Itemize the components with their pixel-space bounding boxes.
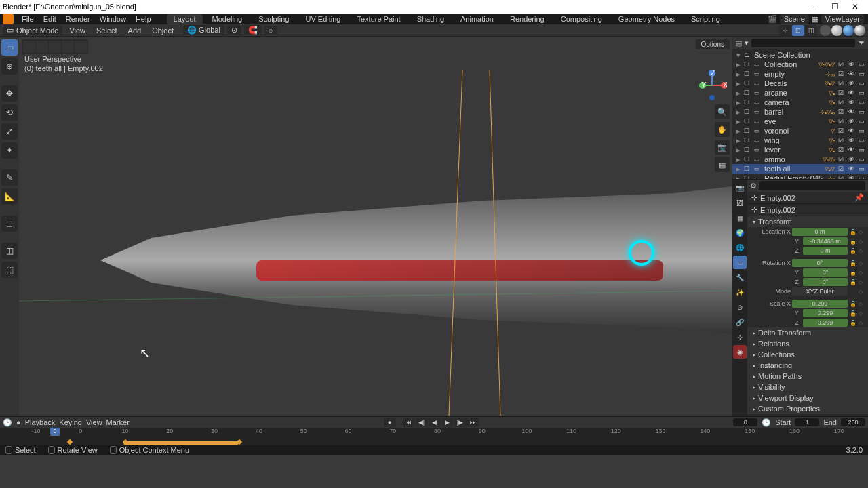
outliner-item[interactable]: ▸☐▭lever▽₂☑👁▭ [732, 145, 868, 155]
timeline-playback[interactable]: Playback [25, 418, 56, 426]
object-name[interactable]: Empty.002 [760, 194, 795, 202]
scale-y[interactable]: 0.299 [803, 309, 848, 317]
panel-header[interactable]: ▸Motion Paths [747, 371, 868, 382]
scene-collection-row[interactable]: ▾🗀 Scene Collection [732, 50, 868, 60]
close-button[interactable]: ✕ [845, 1, 865, 13]
maximize-button[interactable]: ☐ [825, 1, 845, 13]
play[interactable]: ▶ [441, 418, 454, 427]
modifier-tab-icon[interactable]: 🔧 [733, 270, 747, 284]
camera-view-icon[interactable]: 📷 [715, 140, 730, 155]
display-mode-icon[interactable]: ▾ [745, 39, 749, 47]
tab-scripting[interactable]: Scripting [684, 14, 727, 24]
filter-icon[interactable]: ⏷ [858, 39, 865, 47]
menu-file[interactable]: File [18, 14, 38, 24]
tab-geometry-nodes[interactable]: Geometry Nodes [612, 14, 682, 24]
tab-animation[interactable]: Animation [454, 14, 500, 24]
timeline-keying[interactable]: Keying [59, 418, 82, 426]
rotation-y[interactable]: 0° [803, 268, 848, 277]
timeline-icon[interactable]: 🕒 [3, 418, 12, 427]
shear-tool[interactable]: ◫ [1, 243, 18, 259]
cursor-tool[interactable]: ⊕ [1, 58, 18, 75]
outliner-item[interactable]: ▸☐▭ammo▽₄▽₄☑👁▭ [732, 155, 868, 164]
wireframe-shading[interactable] [820, 25, 831, 36]
rotation-z[interactable]: 0° [803, 278, 848, 286]
physics-tab-icon[interactable]: ⊙ [733, 300, 747, 314]
location-x[interactable]: 0 m [792, 228, 848, 236]
viewport-menu-select[interactable]: Select [92, 26, 121, 35]
scene-tab-icon[interactable]: 🌍 [733, 226, 747, 239]
lock-icon[interactable]: 🔓 [849, 229, 857, 235]
outliner-item[interactable]: ▸☐▭camera▽₃☑👁▭ [732, 98, 868, 107]
outliner-item[interactable]: ▸☐▭eye▽₂☑👁▭ [732, 117, 868, 126]
panel-header[interactable]: ▸Instancing [747, 360, 868, 371]
timeline-marker[interactable]: Marker [106, 418, 130, 426]
material-tab-icon[interactable]: ◉ [733, 345, 747, 359]
pivot-point[interactable]: ⊙ [227, 25, 241, 35]
pan-icon[interactable]: ✋ [715, 122, 730, 137]
menu-window[interactable]: Window [96, 14, 130, 24]
select-tool[interactable]: ▭ [1, 39, 18, 56]
timeline-view[interactable]: View [86, 418, 102, 426]
panel-header[interactable]: ▸Visibility [747, 382, 868, 392]
world-tab-icon[interactable]: 🌐 [733, 241, 747, 254]
data-tab-icon[interactable]: ⊹ [733, 330, 747, 344]
location-y[interactable]: -0.34466 m [803, 237, 848, 245]
tab-texture-paint[interactable]: Texture Paint [350, 14, 407, 24]
keyframe[interactable] [67, 439, 73, 445]
viewport-menu-add[interactable]: Add [124, 26, 146, 35]
play-reverse[interactable]: ◀ [429, 418, 441, 427]
panel-header[interactable]: ▸Relations [747, 338, 868, 349]
scale-tool[interactable]: ⤢ [1, 123, 18, 140]
viewlayer-tab-icon[interactable]: ▦ [733, 211, 747, 224]
panel-header[interactable]: ▸Custom Properties [747, 403, 868, 414]
current-frame[interactable]: 0 [733, 418, 757, 426]
outliner-item[interactable]: ▸☐▭empty⊹₉₉☑👁▭ [732, 69, 868, 79]
tab-rendering[interactable]: Rendering [503, 14, 551, 24]
rotation-x[interactable]: 0° [792, 259, 848, 267]
tab-uv-editing[interactable]: UV Editing [298, 14, 347, 24]
scale-z[interactable]: 0.299 [803, 319, 848, 327]
outliner-search[interactable] [751, 39, 855, 47]
output-tab-icon[interactable]: 🖼 [733, 196, 747, 209]
outliner-item[interactable]: ▸☐▭Decals▽₃▽☑👁▭ [732, 79, 868, 88]
viewport-menu-view[interactable]: View [65, 26, 90, 35]
tab-sculpting[interactable]: Sculpting [252, 14, 296, 24]
tab-shading[interactable]: Shading [410, 14, 451, 24]
navigation-gizmo[interactable]: X Z Y [697, 70, 727, 100]
zoom-icon[interactable]: 🔍 [715, 104, 730, 119]
outliner-item[interactable]: ▸☐▭wing▽₂☑👁▭ [732, 136, 868, 145]
tab-compositing[interactable]: Compositing [554, 14, 609, 24]
outliner-item[interactable]: ▸☐▭arcane▽₂☑👁▭ [732, 88, 868, 98]
jump-start[interactable]: ⏮ [403, 418, 415, 427]
start-frame[interactable]: 1 [795, 418, 819, 426]
menu-help[interactable]: Help [132, 14, 155, 24]
move-tool[interactable]: ✥ [1, 85, 18, 102]
viewport-options[interactable]: Options [696, 39, 730, 49]
3d-viewport[interactable]: User Perspective (0) teeth all | Empty.0… [19, 37, 732, 416]
add-cube-tool[interactable]: ◻ [1, 216, 18, 232]
tab-layout[interactable]: Layout [167, 14, 203, 24]
transform-panel-header[interactable]: ▾Transform [747, 216, 868, 227]
rotate-tool[interactable]: ⟲ [1, 104, 18, 121]
outliner-tree[interactable]: ▾🗀 Scene Collection ▸☐▭Collection▽₂▽₃▽☑👁… [732, 49, 868, 179]
xray-toggle[interactable]: ◫ [805, 25, 817, 36]
minimize-button[interactable]: — [804, 1, 825, 13]
panel-header[interactable]: ▸Delta Transform [747, 327, 868, 338]
pin-icon[interactable]: 📌 [854, 193, 864, 202]
clock-icon[interactable]: 🕒 [762, 418, 771, 427]
panel-header[interactable]: ▸Collections [747, 349, 868, 360]
menu-edit[interactable]: Edit [39, 14, 60, 24]
scale-x[interactable]: 0.299 [792, 300, 848, 308]
particle-tab-icon[interactable]: ✨ [733, 285, 747, 299]
overlay-toggle[interactable]: ⊡ [792, 25, 804, 36]
viewport-menu-object[interactable]: Object [148, 26, 178, 35]
tosphere-tool[interactable]: ⬚ [1, 262, 18, 278]
outliner-item[interactable]: ▸☐▭voronoi▽☑👁▭ [732, 126, 868, 136]
transform-tool[interactable]: ✦ [1, 142, 18, 159]
outliner-item[interactable]: ▸☐▭teeth all▽₂▽☑👁▭ [732, 164, 868, 174]
editor-type-selector[interactable] [22, 39, 88, 54]
constraint-tab-icon[interactable]: 🔗 [733, 315, 747, 329]
annotate-tool[interactable]: ✎ [1, 169, 18, 186]
keyframe-next[interactable]: |▶ [454, 418, 467, 427]
measure-tool[interactable]: 📐 [1, 188, 18, 205]
